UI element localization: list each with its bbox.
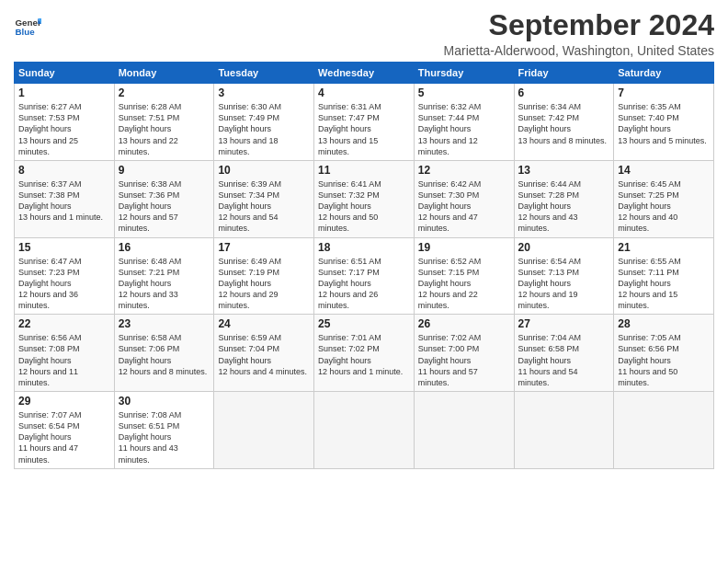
calendar-cell: 3Sunrise: 6:30 AMSunset: 7:49 PMDaylight… [214,84,314,161]
day-number: 13 [518,164,610,177]
week-row-5: 29Sunrise: 7:07 AMSunset: 6:54 PMDayligh… [15,392,714,469]
svg-text:General: General [16,17,42,28]
day-number: 8 [18,164,110,177]
calendar-cell: 27Sunrise: 7:04 AMSunset: 6:58 PMDayligh… [514,315,614,392]
day-info: Sunrise: 6:38 AMSunset: 7:36 PMDaylight … [119,178,210,235]
calendar-cell: 30Sunrise: 7:08 AMSunset: 6:51 PMDayligh… [114,392,214,469]
calendar-cell: 5Sunrise: 6:32 AMSunset: 7:44 PMDaylight… [414,84,514,161]
calendar-cell: 9Sunrise: 6:38 AMSunset: 7:36 PMDaylight… [114,160,214,237]
col-header-tuesday: Tuesday [214,63,314,84]
calendar-cell [214,392,314,469]
day-info: Sunrise: 6:49 AMSunset: 7:19 PMDaylight … [218,256,310,312]
calendar-cell: 21Sunrise: 6:55 AMSunset: 7:11 PMDayligh… [614,237,714,315]
day-number: 29 [18,395,110,408]
day-info: Sunrise: 6:54 AMSunset: 7:13 PMDaylight … [518,256,610,312]
day-info: Sunrise: 6:32 AMSunset: 7:44 PMDaylight … [418,101,510,157]
day-info: Sunrise: 6:56 AMSunset: 7:08 PMDaylight … [18,332,110,388]
title-block: September 2024 Marietta-Alderwood, Washi… [444,9,714,58]
day-number: 25 [318,317,410,330]
calendar-cell: 24Sunrise: 6:59 AMSunset: 7:04 PMDayligh… [214,315,314,392]
day-number: 6 [518,86,610,99]
header: General Blue September 2024 Marietta-Ald… [14,9,714,58]
day-info: Sunrise: 6:44 AMSunset: 7:28 PMDaylight … [518,178,610,235]
day-info: Sunrise: 6:39 AMSunset: 7:34 PMDaylight … [218,178,310,235]
svg-text:Blue: Blue [16,27,36,37]
day-number: 23 [119,317,210,330]
week-row-2: 8Sunrise: 6:37 AMSunset: 7:38 PMDaylight… [15,160,714,237]
day-info: Sunrise: 7:02 AMSunset: 7:00 PMDaylight … [418,332,510,388]
calendar-table: SundayMondayTuesdayWednesdayThursdayFrid… [14,62,714,469]
day-number: 12 [418,164,510,177]
day-number: 5 [418,86,510,99]
calendar-cell: 18Sunrise: 6:51 AMSunset: 7:17 PMDayligh… [314,237,415,315]
day-info: Sunrise: 7:05 AMSunset: 6:56 PMDaylight … [618,332,710,388]
calendar-cell: 25Sunrise: 7:01 AMSunset: 7:02 PMDayligh… [314,315,415,392]
day-info: Sunrise: 6:51 AMSunset: 7:17 PMDaylight … [318,256,410,312]
day-number: 26 [418,317,510,330]
day-number: 16 [119,241,210,254]
day-number: 27 [518,317,610,330]
day-info: Sunrise: 6:35 AMSunset: 7:40 PMDaylight … [618,101,710,146]
day-info: Sunrise: 6:28 AMSunset: 7:51 PMDaylight … [119,101,210,157]
col-header-friday: Friday [514,63,614,84]
day-info: Sunrise: 6:55 AMSunset: 7:11 PMDaylight … [618,256,710,312]
day-info: Sunrise: 7:07 AMSunset: 6:54 PMDaylight … [18,409,110,465]
day-info: Sunrise: 6:31 AMSunset: 7:47 PMDaylight … [318,101,410,157]
day-number: 10 [218,164,310,177]
day-number: 9 [119,164,210,177]
day-number: 21 [618,241,710,254]
calendar-cell: 16Sunrise: 6:48 AMSunset: 7:21 PMDayligh… [114,237,214,315]
day-number: 3 [218,86,310,99]
week-row-1: 1Sunrise: 6:27 AMSunset: 7:53 PMDaylight… [15,84,714,161]
day-number: 7 [618,86,710,99]
day-info: Sunrise: 6:47 AMSunset: 7:23 PMDaylight … [18,256,110,312]
col-header-sunday: Sunday [15,63,115,84]
col-header-monday: Monday [114,63,214,84]
day-number: 30 [119,395,210,408]
calendar-cell: 11Sunrise: 6:41 AMSunset: 7:32 PMDayligh… [314,160,415,237]
page: General Blue September 2024 Marietta-Ald… [0,0,728,563]
calendar-cell: 8Sunrise: 6:37 AMSunset: 7:38 PMDaylight… [15,160,115,237]
day-info: Sunrise: 6:34 AMSunset: 7:42 PMDaylight … [518,101,610,146]
day-info: Sunrise: 6:58 AMSunset: 7:06 PMDaylight … [119,332,210,377]
day-number: 11 [318,164,410,177]
calendar-cell: 23Sunrise: 6:58 AMSunset: 7:06 PMDayligh… [114,315,214,392]
calendar-cell: 29Sunrise: 7:07 AMSunset: 6:54 PMDayligh… [15,392,115,469]
calendar-header-row: SundayMondayTuesdayWednesdayThursdayFrid… [15,63,714,84]
calendar-cell: 13Sunrise: 6:44 AMSunset: 7:28 PMDayligh… [514,160,614,237]
calendar-cell [514,392,614,469]
calendar-cell: 15Sunrise: 6:47 AMSunset: 7:23 PMDayligh… [15,237,115,315]
calendar-cell [414,392,514,469]
calendar-cell: 7Sunrise: 6:35 AMSunset: 7:40 PMDaylight… [614,84,714,161]
day-info: Sunrise: 6:59 AMSunset: 7:04 PMDaylight … [218,332,310,377]
calendar-cell: 20Sunrise: 6:54 AMSunset: 7:13 PMDayligh… [514,237,614,315]
day-number: 20 [518,241,610,254]
col-header-thursday: Thursday [414,63,514,84]
calendar-cell: 22Sunrise: 6:56 AMSunset: 7:08 PMDayligh… [15,315,115,392]
calendar-cell [614,392,714,469]
day-number: 14 [618,164,710,177]
week-row-4: 22Sunrise: 6:56 AMSunset: 7:08 PMDayligh… [15,315,714,392]
day-number: 28 [618,317,710,330]
day-info: Sunrise: 6:27 AMSunset: 7:53 PMDaylight … [18,101,110,157]
calendar-cell: 1Sunrise: 6:27 AMSunset: 7:53 PMDaylight… [15,84,115,161]
day-number: 15 [18,241,110,254]
day-number: 22 [18,317,110,330]
calendar-cell: 19Sunrise: 6:52 AMSunset: 7:15 PMDayligh… [414,237,514,315]
day-number: 18 [318,241,410,254]
calendar-cell: 2Sunrise: 6:28 AMSunset: 7:51 PMDaylight… [114,84,214,161]
day-info: Sunrise: 7:04 AMSunset: 6:58 PMDaylight … [518,332,610,388]
col-header-saturday: Saturday [614,63,714,84]
day-info: Sunrise: 7:01 AMSunset: 7:02 PMDaylight … [318,332,410,377]
day-number: 19 [418,241,510,254]
day-number: 2 [119,86,210,99]
location-title: Marietta-Alderwood, Washington, United S… [444,43,714,58]
calendar-cell: 12Sunrise: 6:42 AMSunset: 7:30 PMDayligh… [414,160,514,237]
calendar-cell: 14Sunrise: 6:45 AMSunset: 7:25 PMDayligh… [614,160,714,237]
logo: General Blue [14,13,41,40]
week-row-3: 15Sunrise: 6:47 AMSunset: 7:23 PMDayligh… [15,237,714,315]
day-number: 4 [318,86,410,99]
day-number: 17 [218,241,310,254]
month-title: September 2024 [444,9,714,41]
logo-icon: General Blue [14,13,41,40]
